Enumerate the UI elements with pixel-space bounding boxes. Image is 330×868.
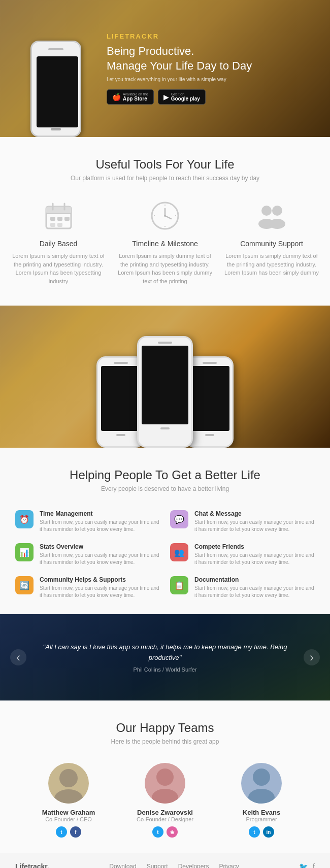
stats-icon: 📊: [15, 543, 34, 561]
hero-content: LIFETRACKR Being Productive. Manage Your…: [107, 32, 252, 104]
footer-nav: Download Support Developers Privacy: [109, 863, 239, 868]
tools-title: Useful Tools For Your Life: [10, 157, 320, 172]
svg-line-16: [165, 216, 171, 219]
brand-logo: LIFETRACKR: [107, 32, 252, 40]
footer-social: 🐦 f: [299, 862, 315, 868]
testimonial-prev-button[interactable]: ‹: [10, 649, 26, 665]
appstore-button[interactable]: 🍎 Available on the App Store: [107, 89, 154, 105]
matthew-twitter[interactable]: t: [56, 826, 67, 838]
team-section: Our Happy Teams Here is the people behin…: [0, 700, 330, 853]
team-member-matthew: Matthew Graham Co-Founder / CEO t f: [28, 763, 109, 838]
store-buttons: 🍎 Available on the App Store ▶ Get it on…: [107, 89, 252, 105]
tools-grid: Daily Based Lorem Ipsum is simply dummy …: [10, 199, 320, 285]
clock-icon: [149, 199, 182, 232]
hero-phone-illustration: [20, 25, 91, 137]
feature-compete-name: Compete Friends: [194, 543, 315, 550]
community-icon: [255, 199, 288, 232]
features-col-right: 💬 Chat & Message Start from now, you can…: [170, 510, 315, 599]
avatar-denise: [145, 763, 185, 804]
feature-docs: 📋 Documentation Start from now, you can …: [170, 576, 315, 599]
feature-docs-name: Documentation: [194, 576, 315, 583]
svg-point-25: [152, 789, 178, 804]
feature-chat: 💬 Chat & Message Start from now, you can…: [170, 510, 315, 533]
feature-community-desc: Start from now, you can easily manage yo…: [40, 585, 160, 599]
docs-icon: 📋: [170, 576, 188, 594]
svg-rect-9: [57, 223, 62, 227]
feature-community-name: Community Helps & Supports: [40, 576, 160, 583]
team-title: Our Happy Teams: [10, 721, 320, 735]
team-grid: Matthew Graham Co-Founder / CEO t f Deni…: [10, 763, 320, 838]
member-keith-name: Keith Evans: [243, 809, 280, 816]
feature-docs-desc: Start from now, you can easily manage yo…: [194, 585, 315, 599]
member-matthew-name: Matthew Graham: [42, 809, 95, 816]
testimonial-section: ‹ "All I can say is I love this app so m…: [0, 614, 330, 700]
tool-community-desc: Lorem Ipsum is simply dummy text of the …: [223, 252, 320, 277]
footer-facebook-icon[interactable]: f: [313, 862, 315, 868]
keith-twitter[interactable]: t: [249, 826, 260, 838]
time-mgmt-icon: ⏰: [15, 510, 34, 528]
feature-time-desc: Start from now, you can easily manage yo…: [40, 519, 160, 533]
team-member-denise: Denise Zwarovski Co-Founder / Designer t…: [124, 763, 206, 838]
feature-chat-name: Chat & Message: [194, 510, 315, 517]
member-matthew-role: Co-Founder / CEO: [45, 816, 92, 822]
tool-community: Community Support Lorem Ipsum is simply …: [223, 199, 320, 285]
testimonial-author: Phil Collins / World Surfer: [41, 666, 289, 673]
better-section: Helping People To Get a Better Life Ever…: [0, 448, 330, 614]
features-col-left: ⏰ Time Management Start from now, you ca…: [15, 510, 160, 599]
footer-link-privacy[interactable]: Privacy: [219, 863, 239, 868]
member-matthew-socials: t f: [56, 826, 81, 838]
denise-pinterest[interactable]: ❀: [167, 826, 178, 838]
footer-link-download[interactable]: Download: [109, 863, 136, 868]
tool-daily-name: Daily Based: [40, 240, 78, 248]
svg-rect-1: [46, 207, 71, 214]
svg-point-17: [164, 215, 166, 217]
hero-section: LIFETRACKR Being Productive. Manage Your…: [0, 0, 330, 137]
googleplay-icon: ▶: [163, 93, 169, 101]
svg-rect-7: [64, 217, 70, 221]
googleplay-button[interactable]: ▶ Get it on Google play: [158, 89, 206, 105]
matthew-facebook[interactable]: f: [70, 826, 81, 838]
testimonial-quote: "All I can say is I love this app so muc…: [41, 642, 289, 663]
better-title: Helping People To Get a Better Life: [15, 468, 315, 482]
better-header: Helping People To Get a Better Life Ever…: [15, 468, 315, 492]
member-denise-role: Co-Founder / Designer: [137, 816, 193, 822]
tool-community-name: Community Support: [240, 240, 303, 248]
team-member-keith: Keith Evans Programmer t in: [221, 763, 302, 838]
features-grid: ⏰ Time Management Start from now, you ca…: [15, 510, 315, 599]
tool-daily: Daily Based Lorem Ipsum is simply dummy …: [10, 199, 107, 285]
avatar-matthew: [48, 763, 89, 804]
phones-banner: [0, 306, 330, 448]
feature-stats-name: Stats Overview: [40, 543, 160, 550]
footer-logo: Lifetrackr.: [15, 862, 49, 868]
svg-rect-5: [50, 217, 55, 221]
footer-twitter-icon[interactable]: 🐦: [299, 862, 308, 868]
testimonial-content: "All I can say is I love this app so muc…: [0, 642, 330, 673]
keith-linkedin[interactable]: in: [263, 826, 274, 838]
chat-icon: 💬: [170, 510, 188, 528]
phone-center: [137, 336, 193, 448]
community-helps-icon: 🔄: [15, 576, 34, 594]
svg-point-22: [59, 769, 78, 787]
footer-link-developers[interactable]: Developers: [178, 863, 209, 868]
member-denise-socials: t ❀: [152, 826, 178, 838]
svg-rect-6: [57, 217, 62, 221]
team-subtitle: Here is the people behind this great app: [10, 738, 320, 745]
svg-point-18: [261, 206, 272, 216]
svg-point-23: [54, 789, 83, 804]
svg-point-24: [156, 769, 174, 786]
feature-community-helps: 🔄 Community Helps & Supports Start from …: [15, 576, 160, 599]
tools-section: Useful Tools For Your Life Our platform …: [0, 137, 330, 306]
svg-point-21: [269, 219, 285, 229]
feature-compete: 👥 Compete Friends Start from now, you ca…: [170, 543, 315, 566]
tool-timeline-name: Timeline & Milestone: [132, 240, 197, 248]
footer: Lifetrackr. Download Support Developers …: [0, 853, 330, 868]
hero-title: Being Productive. Manage Your Life Day t…: [107, 44, 252, 73]
feature-time-management: ⏰ Time Management Start from now, you ca…: [15, 510, 160, 533]
denise-twitter[interactable]: t: [152, 826, 163, 838]
testimonial-next-button[interactable]: ›: [304, 649, 320, 665]
footer-link-support[interactable]: Support: [147, 863, 168, 868]
tool-timeline-desc: Lorem Ipsum is simply dummy text of the …: [117, 252, 213, 285]
svg-rect-8: [50, 223, 55, 227]
better-subtitle: Every people is deserved to have a bette…: [15, 485, 315, 492]
feature-stats-desc: Start from now, you can easily manage yo…: [40, 552, 160, 566]
